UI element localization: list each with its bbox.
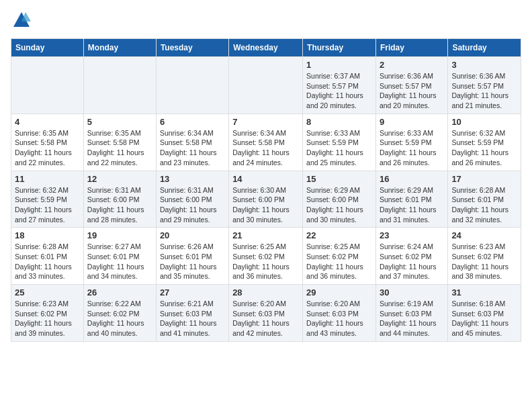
cell-info: Sunrise: 6:31 AMSunset: 6:00 PMDaylight:… (87, 185, 152, 225)
day-number: 19 (87, 230, 152, 240)
day-number: 9 (380, 117, 444, 127)
col-header-saturday: Saturday (448, 39, 521, 57)
cell-info: Sunrise: 6:19 AMSunset: 6:03 PMDaylight:… (380, 299, 444, 338)
calendar-cell: 19Sunrise: 6:27 AMSunset: 6:01 PMDayligh… (83, 228, 156, 285)
calendar-week-1: 1Sunrise: 6:37 AMSunset: 5:57 PMDaylight… (11, 57, 521, 114)
cell-info: Sunrise: 6:32 AMSunset: 5:59 PMDaylight:… (15, 185, 80, 225)
cell-info: Sunrise: 6:24 AMSunset: 6:02 PMDaylight:… (380, 242, 444, 281)
calendar-header-row: SundayMondayTuesdayWednesdayThursdayFrid… (11, 39, 521, 57)
cell-info: Sunrise: 6:23 AMSunset: 6:02 PMDaylight:… (15, 299, 80, 338)
logo (11, 11, 31, 33)
day-number: 10 (451, 117, 517, 127)
day-number: 13 (160, 174, 225, 184)
cell-info: Sunrise: 6:28 AMSunset: 6:01 PMDaylight:… (451, 185, 517, 225)
cell-info: Sunrise: 6:25 AMSunset: 6:02 PMDaylight:… (232, 242, 299, 281)
calendar-cell (156, 57, 228, 114)
calendar-cell: 14Sunrise: 6:30 AMSunset: 6:00 PMDayligh… (229, 171, 303, 228)
calendar-cell: 8Sunrise: 6:33 AMSunset: 5:59 PMDaylight… (303, 113, 376, 171)
day-number: 8 (306, 117, 372, 127)
calendar-cell (11, 57, 84, 114)
calendar-cell: 31Sunrise: 6:18 AMSunset: 6:03 PMDayligh… (448, 285, 521, 342)
calendar-cell: 13Sunrise: 6:31 AMSunset: 6:00 PMDayligh… (156, 171, 228, 228)
col-header-friday: Friday (375, 39, 447, 57)
cell-info: Sunrise: 6:23 AMSunset: 6:02 PMDaylight:… (451, 242, 517, 281)
calendar-table: SundayMondayTuesdayWednesdayThursdayFrid… (11, 38, 521, 342)
day-number: 16 (380, 174, 444, 184)
calendar-cell (229, 57, 303, 114)
calendar-week-2: 4Sunrise: 6:35 AMSunset: 5:58 PMDaylight… (11, 113, 521, 171)
calendar-cell: 29Sunrise: 6:20 AMSunset: 6:03 PMDayligh… (303, 285, 376, 342)
day-number: 22 (306, 230, 372, 240)
day-number: 17 (451, 174, 517, 184)
calendar-week-4: 18Sunrise: 6:28 AMSunset: 6:01 PMDayligh… (11, 228, 521, 285)
calendar-cell: 12Sunrise: 6:31 AMSunset: 6:00 PMDayligh… (83, 171, 156, 228)
day-number: 4 (15, 117, 80, 127)
calendar-cell: 10Sunrise: 6:32 AMSunset: 5:59 PMDayligh… (448, 113, 521, 171)
calendar-cell: 26Sunrise: 6:22 AMSunset: 6:02 PMDayligh… (83, 285, 156, 342)
calendar-cell: 15Sunrise: 6:29 AMSunset: 6:00 PMDayligh… (303, 171, 376, 228)
day-number: 3 (451, 60, 517, 70)
calendar-week-3: 11Sunrise: 6:32 AMSunset: 5:59 PMDayligh… (11, 171, 521, 228)
day-number: 2 (380, 60, 444, 70)
cell-info: Sunrise: 6:34 AMSunset: 5:58 PMDaylight:… (160, 128, 225, 168)
cell-info: Sunrise: 6:33 AMSunset: 5:59 PMDaylight:… (380, 128, 444, 168)
cell-info: Sunrise: 6:20 AMSunset: 6:03 PMDaylight:… (232, 299, 299, 338)
calendar-cell: 21Sunrise: 6:25 AMSunset: 6:02 PMDayligh… (229, 228, 303, 285)
calendar-cell: 2Sunrise: 6:36 AMSunset: 5:57 PMDaylight… (375, 57, 447, 114)
day-number: 6 (160, 117, 225, 127)
day-number: 25 (15, 287, 80, 298)
calendar-cell: 7Sunrise: 6:34 AMSunset: 5:58 PMDaylight… (229, 113, 303, 171)
calendar-cell: 6Sunrise: 6:34 AMSunset: 5:58 PMDaylight… (156, 113, 228, 171)
cell-info: Sunrise: 6:26 AMSunset: 6:01 PMDaylight:… (160, 242, 225, 281)
logo-icon (12, 11, 31, 30)
calendar-cell: 9Sunrise: 6:33 AMSunset: 5:59 PMDaylight… (375, 113, 447, 171)
col-header-thursday: Thursday (303, 39, 376, 57)
day-number: 5 (87, 117, 152, 127)
calendar-cell: 20Sunrise: 6:26 AMSunset: 6:01 PMDayligh… (156, 228, 228, 285)
calendar-body: 1Sunrise: 6:37 AMSunset: 5:57 PMDaylight… (11, 57, 521, 342)
cell-info: Sunrise: 6:22 AMSunset: 6:02 PMDaylight:… (87, 299, 152, 338)
calendar-cell: 22Sunrise: 6:25 AMSunset: 6:02 PMDayligh… (303, 228, 376, 285)
calendar-cell: 17Sunrise: 6:28 AMSunset: 6:01 PMDayligh… (448, 171, 521, 228)
cell-info: Sunrise: 6:20 AMSunset: 6:03 PMDaylight:… (306, 299, 372, 338)
calendar-cell: 11Sunrise: 6:32 AMSunset: 5:59 PMDayligh… (11, 171, 84, 228)
day-number: 30 (380, 287, 444, 298)
col-header-wednesday: Wednesday (229, 39, 303, 57)
day-number: 26 (87, 287, 152, 298)
calendar-cell: 4Sunrise: 6:35 AMSunset: 5:58 PMDaylight… (11, 113, 84, 171)
cell-info: Sunrise: 6:33 AMSunset: 5:59 PMDaylight:… (306, 128, 372, 168)
calendar-cell: 16Sunrise: 6:29 AMSunset: 6:01 PMDayligh… (375, 171, 447, 228)
page-header (11, 11, 521, 33)
day-number: 28 (232, 287, 299, 298)
cell-info: Sunrise: 6:27 AMSunset: 6:01 PMDaylight:… (87, 242, 152, 281)
calendar-cell: 5Sunrise: 6:35 AMSunset: 5:58 PMDaylight… (83, 113, 156, 171)
cell-info: Sunrise: 6:18 AMSunset: 6:03 PMDaylight:… (451, 299, 517, 338)
day-number: 21 (232, 230, 299, 240)
calendar-cell: 24Sunrise: 6:23 AMSunset: 6:02 PMDayligh… (448, 228, 521, 285)
day-number: 31 (451, 287, 517, 298)
cell-info: Sunrise: 6:29 AMSunset: 6:01 PMDaylight:… (380, 185, 444, 225)
col-header-monday: Monday (83, 39, 156, 57)
cell-info: Sunrise: 6:32 AMSunset: 5:59 PMDaylight:… (451, 128, 517, 168)
cell-info: Sunrise: 6:30 AMSunset: 6:00 PMDaylight:… (232, 185, 299, 225)
day-number: 15 (306, 174, 372, 184)
cell-info: Sunrise: 6:36 AMSunset: 5:57 PMDaylight:… (451, 71, 517, 111)
calendar-cell: 27Sunrise: 6:21 AMSunset: 6:03 PMDayligh… (156, 285, 228, 342)
cell-info: Sunrise: 6:35 AMSunset: 5:58 PMDaylight:… (15, 128, 80, 168)
calendar-cell (83, 57, 156, 114)
cell-info: Sunrise: 6:31 AMSunset: 6:00 PMDaylight:… (160, 185, 225, 225)
cell-info: Sunrise: 6:28 AMSunset: 6:01 PMDaylight:… (15, 242, 80, 281)
day-number: 23 (380, 230, 444, 240)
cell-info: Sunrise: 6:37 AMSunset: 5:57 PMDaylight:… (306, 71, 372, 111)
day-number: 24 (451, 230, 517, 240)
day-number: 12 (87, 174, 152, 184)
day-number: 11 (15, 174, 80, 184)
day-number: 7 (232, 117, 299, 127)
day-number: 1 (306, 60, 372, 70)
day-number: 27 (160, 287, 225, 298)
day-number: 29 (306, 287, 372, 298)
calendar-cell: 3Sunrise: 6:36 AMSunset: 5:57 PMDaylight… (448, 57, 521, 114)
cell-info: Sunrise: 6:35 AMSunset: 5:58 PMDaylight:… (87, 128, 152, 168)
calendar-cell: 23Sunrise: 6:24 AMSunset: 6:02 PMDayligh… (375, 228, 447, 285)
cell-info: Sunrise: 6:34 AMSunset: 5:58 PMDaylight:… (232, 128, 299, 168)
